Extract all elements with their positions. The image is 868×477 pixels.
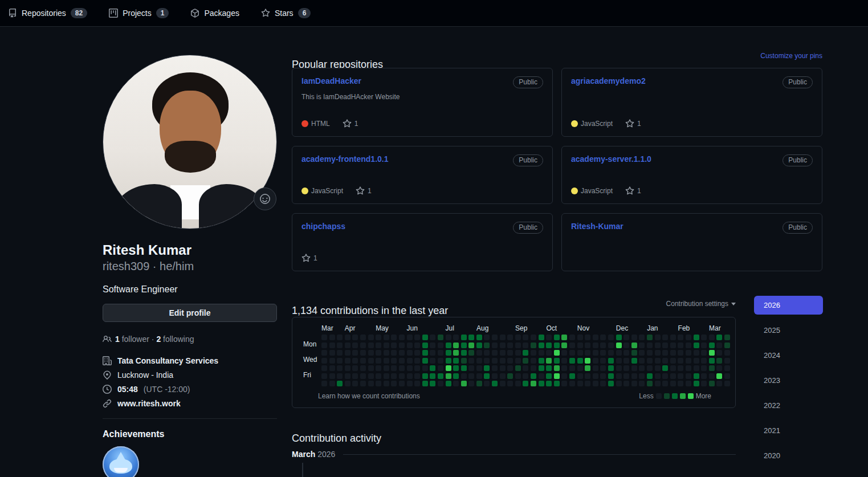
contribution-cell[interactable] bbox=[716, 373, 722, 379]
contribution-cell[interactable] bbox=[430, 358, 435, 364]
contribution-cell[interactable] bbox=[422, 381, 428, 386]
contribution-cell[interactable] bbox=[368, 358, 374, 364]
contribution-cell[interactable] bbox=[399, 343, 405, 348]
contribution-cell[interactable] bbox=[639, 381, 645, 386]
repo-stars[interactable]: 1 bbox=[625, 186, 641, 195]
contribution-cell[interactable] bbox=[384, 373, 389, 379]
contribution-cell[interactable] bbox=[616, 381, 622, 386]
contribution-cell[interactable] bbox=[507, 381, 513, 386]
contribution-cell[interactable] bbox=[321, 335, 327, 340]
contribution-cell[interactable] bbox=[360, 373, 366, 379]
contribution-cell[interactable] bbox=[453, 365, 459, 371]
contribution-cell[interactable] bbox=[724, 343, 730, 348]
contribution-cell[interactable] bbox=[678, 335, 683, 340]
contribution-cell[interactable] bbox=[709, 335, 715, 340]
contribution-cell[interactable] bbox=[384, 350, 389, 356]
contribution-cell[interactable] bbox=[345, 335, 351, 340]
contribution-cell[interactable] bbox=[701, 343, 707, 348]
contribution-cell[interactable] bbox=[561, 343, 567, 348]
contribution-cell[interactable] bbox=[585, 343, 590, 348]
contribution-cell[interactable] bbox=[539, 381, 544, 386]
contribution-cell[interactable] bbox=[376, 343, 381, 348]
contribution-cell[interactable] bbox=[670, 358, 676, 364]
contribution-cell[interactable] bbox=[608, 365, 614, 371]
contribution-cell[interactable] bbox=[561, 350, 567, 356]
contribution-cell[interactable] bbox=[724, 381, 730, 386]
contribution-cell[interactable] bbox=[608, 343, 614, 348]
contribution-cell[interactable] bbox=[476, 343, 482, 348]
contribution-cell[interactable] bbox=[352, 358, 358, 364]
contribution-cell[interactable] bbox=[600, 343, 606, 348]
contribution-cell[interactable] bbox=[329, 350, 335, 356]
contribution-cell[interactable] bbox=[655, 343, 661, 348]
contribution-cell[interactable] bbox=[430, 381, 435, 386]
contribution-cell[interactable] bbox=[376, 335, 381, 340]
contribution-cell[interactable] bbox=[631, 365, 637, 371]
contribution-cell[interactable] bbox=[539, 373, 544, 379]
contribution-cell[interactable] bbox=[430, 350, 435, 356]
contribution-cell[interactable] bbox=[624, 358, 629, 364]
contribution-cell[interactable] bbox=[399, 350, 405, 356]
contribution-cell[interactable] bbox=[345, 343, 351, 348]
contribution-cell[interactable] bbox=[345, 350, 351, 356]
contribution-cell[interactable] bbox=[662, 365, 668, 371]
contribution-cell[interactable] bbox=[616, 373, 622, 379]
contribution-cell[interactable] bbox=[430, 335, 435, 340]
tab-repositories[interactable]: Repositories82 bbox=[5, 6, 91, 21]
contribution-cell[interactable] bbox=[399, 335, 405, 340]
contribution-cell[interactable] bbox=[686, 350, 691, 356]
year-2020[interactable]: 2020 bbox=[754, 446, 823, 465]
contribution-cell[interactable] bbox=[716, 350, 722, 356]
contribution-cell[interactable] bbox=[523, 373, 528, 379]
contribution-cell[interactable] bbox=[670, 350, 676, 356]
contribution-cell[interactable] bbox=[531, 373, 536, 379]
contribution-cell[interactable] bbox=[701, 358, 707, 364]
contribution-cell[interactable] bbox=[500, 350, 506, 356]
contribution-cell[interactable] bbox=[484, 335, 490, 340]
contribution-cell[interactable] bbox=[484, 373, 490, 379]
contribution-cell[interactable] bbox=[438, 335, 443, 340]
contribution-cell[interactable] bbox=[430, 373, 435, 379]
repo-link[interactable]: chipchapss bbox=[301, 222, 345, 231]
contribution-cell[interactable] bbox=[422, 343, 428, 348]
contribution-cell[interactable] bbox=[430, 365, 435, 371]
contribution-cell[interactable] bbox=[694, 381, 699, 386]
contribution-cell[interactable] bbox=[321, 373, 327, 379]
contribution-cell[interactable] bbox=[585, 365, 590, 371]
contribution-cell[interactable] bbox=[577, 373, 583, 379]
contribution-cell[interactable] bbox=[446, 343, 451, 348]
contribution-cell[interactable] bbox=[345, 381, 351, 386]
contribution-cell[interactable] bbox=[631, 358, 637, 364]
contribution-cell[interactable] bbox=[329, 373, 335, 379]
contribution-cell[interactable] bbox=[709, 358, 715, 364]
edit-profile-button[interactable]: Edit profile bbox=[103, 304, 277, 322]
contribution-cell[interactable] bbox=[414, 358, 420, 364]
contribution-cell[interactable] bbox=[531, 350, 536, 356]
contribution-cell[interactable] bbox=[686, 343, 691, 348]
contribution-cell[interactable] bbox=[461, 381, 467, 386]
contribution-cell[interactable] bbox=[585, 335, 590, 340]
contribution-cell[interactable] bbox=[724, 335, 730, 340]
contribution-cell[interactable] bbox=[546, 365, 552, 371]
contribution-cell[interactable] bbox=[492, 350, 498, 356]
contribution-cell[interactable] bbox=[554, 335, 560, 340]
contribution-cell[interactable] bbox=[337, 358, 343, 364]
year-2022[interactable]: 2022 bbox=[754, 396, 823, 415]
repo-link[interactable]: academy-server.1.1.0 bbox=[571, 154, 651, 164]
contribution-cell[interactable] bbox=[546, 381, 552, 386]
repo-stars[interactable]: 1 bbox=[343, 119, 358, 128]
contribution-cell[interactable] bbox=[631, 343, 637, 348]
contribution-cell[interactable] bbox=[453, 373, 459, 379]
contribution-cell[interactable] bbox=[686, 373, 691, 379]
contribution-cell[interactable] bbox=[523, 365, 528, 371]
contribution-cell[interactable] bbox=[600, 381, 606, 386]
contribution-cell[interactable] bbox=[384, 343, 389, 348]
contribution-cell[interactable] bbox=[507, 365, 513, 371]
contribution-cell[interactable] bbox=[585, 350, 590, 356]
contribution-cell[interactable] bbox=[352, 343, 358, 348]
contribution-cell[interactable] bbox=[678, 350, 683, 356]
contribution-cell[interactable] bbox=[500, 343, 506, 348]
contribution-cell[interactable] bbox=[694, 358, 699, 364]
contribution-cell[interactable] bbox=[616, 358, 622, 364]
contribution-cell[interactable] bbox=[391, 365, 397, 371]
